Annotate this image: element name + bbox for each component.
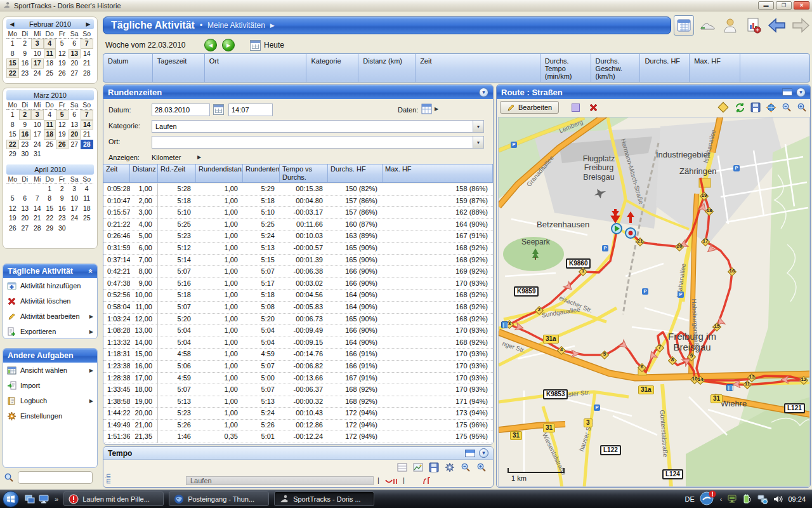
calendar-day[interactable]: 4 bbox=[44, 39, 56, 49]
lap-table-row[interactable]: 0:10:472,005:181,005:1800:04.80157 (86%)… bbox=[103, 196, 493, 208]
calendar-day[interactable]: 10 bbox=[69, 194, 81, 204]
tray-collapse-icon[interactable]: ‹ bbox=[720, 495, 723, 503]
calendar-day[interactable]: 4 bbox=[44, 110, 56, 120]
delete-route-icon[interactable] bbox=[589, 103, 598, 112]
tempo-chart-strip[interactable]: min Laufen | | bbox=[103, 475, 493, 486]
notification-icon[interactable] bbox=[700, 491, 715, 507]
edit-route-button[interactable]: Bearbeiten bbox=[500, 101, 559, 114]
daten-menu-arrow-icon[interactable]: ▶ bbox=[435, 106, 438, 112]
calendar-day[interactable]: 25 bbox=[81, 213, 93, 224]
calendar-day[interactable]: 2 bbox=[19, 110, 32, 120]
calendar-day[interactable]: 21 bbox=[31, 213, 44, 224]
lap-table-row[interactable]: 1:28:3817,004:591,005:00-00:13.66167 (91… bbox=[103, 373, 493, 385]
chart-settings-gear-icon[interactable] bbox=[445, 462, 455, 472]
lap-column-header[interactable]: Zeit bbox=[103, 164, 130, 182]
sidebar-item-exportieren[interactable]: Exportieren▶ bbox=[3, 324, 97, 339]
anzeigen-menu-arrow-icon[interactable]: ▶ bbox=[197, 154, 201, 160]
equipment-button[interactable] bbox=[697, 15, 717, 36]
calendar-day[interactable]: 21 bbox=[81, 130, 93, 140]
ort-combobox[interactable]: ▼ bbox=[152, 136, 484, 149]
calendar-day[interactable]: 1 bbox=[44, 184, 56, 194]
calendar-day[interactable]: 16 bbox=[19, 58, 32, 69]
zoom-in-icon[interactable] bbox=[476, 462, 487, 472]
sidebar-item-aktivit-t-hinzuf-gen[interactable]: Aktivität hinzufügen bbox=[3, 278, 97, 293]
taskbar-task-button[interactable]: Laufen mit den Pille... bbox=[63, 491, 164, 506]
calendar-day[interactable]: 2 bbox=[19, 39, 32, 49]
lap-table-row[interactable]: 0:47:389,005:161,005:1700:03.02166 (90%)… bbox=[103, 278, 493, 290]
calendar-day[interactable]: 17 bbox=[31, 130, 44, 140]
calendar-day[interactable]: 10 bbox=[31, 49, 44, 59]
kategorie-dropdown-icon[interactable]: ▼ bbox=[473, 121, 483, 132]
lap-table-row[interactable]: 1:18:3115,004:581,004:59-00:14.76166 (91… bbox=[103, 349, 493, 361]
sidebar-item-ansicht-w-hlen[interactable]: Ansicht wählen▶ bbox=[3, 363, 97, 378]
calendar-day[interactable]: 24 bbox=[31, 140, 44, 150]
previous-week-button[interactable]: ◀ bbox=[204, 39, 217, 51]
calendar-day[interactable]: 9 bbox=[19, 120, 32, 130]
time-input[interactable] bbox=[228, 104, 273, 116]
start-button[interactable] bbox=[3, 491, 19, 507]
calendar-day[interactable]: 23 bbox=[19, 69, 32, 79]
calendar-day[interactable]: 26 bbox=[56, 69, 69, 79]
volume-icon[interactable] bbox=[773, 494, 783, 504]
daily-view-button[interactable] bbox=[674, 15, 694, 36]
collapse-panel-button[interactable]: ▼ bbox=[479, 88, 488, 97]
calendar-day[interactable]: 13 bbox=[19, 204, 32, 214]
calendar-day[interactable]: 22 bbox=[6, 140, 19, 150]
calendar-day[interactable]: 11 bbox=[44, 49, 56, 59]
calendar-day[interactable]: 20 bbox=[19, 213, 32, 224]
activities-column-header[interactable]: Zeit bbox=[416, 54, 540, 82]
lap-table-row[interactable]: 0:05:281,005:281,005:2900:15.38150 (82%)… bbox=[103, 184, 493, 196]
route-popout-window-icon[interactable] bbox=[782, 88, 792, 96]
athlete-button[interactable] bbox=[721, 15, 741, 36]
calendar-day[interactable]: 21 bbox=[81, 58, 93, 69]
close-button[interactable]: ✕ bbox=[794, 1, 809, 10]
calendar-day[interactable]: 3 bbox=[31, 110, 44, 120]
popout-window-icon[interactable] bbox=[465, 450, 475, 457]
lap-column-header[interactable]: Rundentempo bbox=[243, 164, 280, 182]
lap-table-row[interactable]: 1:03:2412,005:201,005:2000:06.73165 (90%… bbox=[103, 314, 493, 326]
calendar-day[interactable]: 11 bbox=[44, 120, 56, 130]
calendar-day[interactable]: 7 bbox=[81, 39, 93, 49]
calendar-day[interactable]: 16 bbox=[19, 130, 32, 140]
lap-column-header[interactable]: Rd.-Zeit bbox=[158, 164, 196, 182]
calendar-day[interactable]: 23 bbox=[56, 213, 69, 224]
calendar-day[interactable]: 17 bbox=[69, 204, 81, 214]
collapse-chevron-icon[interactable]: » bbox=[86, 269, 95, 274]
lap-table-row[interactable]: 0:52:5610,005:181,005:1800:04.56164 (90%… bbox=[103, 290, 493, 302]
calendar-day[interactable]: 9 bbox=[19, 49, 32, 59]
lap-table-row[interactable]: 1:33:4518,005:071,005:07-00:06.37168 (92… bbox=[103, 384, 493, 396]
calendar-day[interactable]: 22 bbox=[6, 69, 19, 79]
forward-button[interactable] bbox=[790, 15, 811, 36]
lap-table-row[interactable]: 0:42:218,005:071,005:07-00:06.38166 (90%… bbox=[103, 266, 493, 278]
calendar-day[interactable]: 1 bbox=[6, 110, 19, 120]
calendar-day[interactable]: 28 bbox=[81, 69, 93, 79]
calendar-day[interactable]: 28 bbox=[81, 140, 93, 150]
lap-table-row[interactable]: 1:13:3214,005:041,005:04-00:09.15164 (90… bbox=[103, 337, 493, 349]
map-zoom-out-icon[interactable] bbox=[782, 102, 792, 112]
lap-column-header[interactable]: Distanz bbox=[130, 164, 158, 182]
calendar-day[interactable]: 12 bbox=[6, 204, 19, 214]
calendar-day[interactable]: 8 bbox=[44, 194, 56, 204]
lasso-select-icon[interactable] bbox=[572, 104, 580, 112]
calendar-day[interactable]: 1 bbox=[6, 39, 19, 49]
calendar-day[interactable]: 5 bbox=[56, 110, 69, 120]
calendar-day[interactable]: 30 bbox=[56, 224, 69, 234]
calendar-day[interactable]: 18 bbox=[81, 204, 93, 214]
calendar-day[interactable]: 13 bbox=[69, 49, 81, 59]
calendar-day[interactable]: 15 bbox=[44, 204, 56, 214]
activities-column-header[interactable]: Durchs. Geschw. (km/h) bbox=[591, 54, 641, 82]
calendar-day[interactable]: 29 bbox=[6, 149, 19, 159]
sidebar-item-logbuch[interactable]: Logbuch▶ bbox=[3, 393, 97, 408]
calendar-day[interactable]: 31 bbox=[31, 149, 44, 159]
calendar-day[interactable]: 19 bbox=[56, 130, 69, 140]
quick-launch-switcher-icon[interactable] bbox=[25, 495, 35, 504]
calendar-day[interactable]: 3 bbox=[31, 39, 44, 49]
calendar-day[interactable]: 10 bbox=[31, 120, 44, 130]
calendar-day[interactable]: 18 bbox=[44, 130, 56, 140]
sidebar-item-aktivit-t-bearbeiten[interactable]: Aktivität bearbeiten▶ bbox=[3, 309, 97, 324]
route-collapse-button[interactable]: ▼ bbox=[796, 88, 806, 97]
pan-globe-icon[interactable] bbox=[766, 102, 776, 113]
date-input[interactable] bbox=[152, 104, 210, 116]
sidebar-item-einstellungen[interactable]: Einstellungen bbox=[3, 408, 97, 424]
zoom-out-icon[interactable] bbox=[461, 462, 471, 472]
